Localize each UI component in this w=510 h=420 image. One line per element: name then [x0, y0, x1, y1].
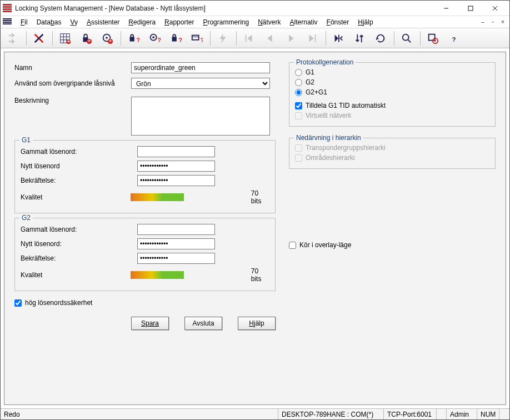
virtual-net-checkbox	[295, 112, 302, 119]
target-q-button[interactable]: ?	[144, 30, 164, 47]
menu-alternativ[interactable]: Alternativ	[286, 17, 322, 27]
help-form-button[interactable]: Hjälp	[238, 317, 276, 330]
gear-red-button[interactable]	[423, 30, 443, 47]
save-button[interactable]: Spara	[131, 317, 169, 330]
overlay-label: Kör i overlay-läge	[299, 241, 351, 249]
g1-newpw-label: Nytt lösenord	[21, 162, 137, 170]
mdi-restore-icon[interactable]: ▫	[488, 18, 497, 26]
g1-oldpw-input[interactable]	[137, 146, 215, 157]
radio-g1[interactable]	[295, 69, 302, 76]
g1-bits: 70 bits	[251, 189, 269, 205]
g2-newpw-input[interactable]	[137, 238, 215, 249]
svg-text:+: +	[87, 37, 91, 44]
form-panel: Namn Använd som övergripande låsnivå Grö…	[4, 52, 506, 405]
card-q-button[interactable]: ?	[187, 30, 207, 47]
g2-oldpw-input[interactable]	[137, 224, 215, 235]
name-label: Namn	[14, 64, 131, 72]
protocol-fieldset: Protokollgeneration G1 G2 G2+G1 Tilldela…	[289, 62, 496, 127]
virtual-net-label: Virtuellt nätverk	[306, 112, 351, 119]
nav-next-button[interactable]	[281, 30, 301, 47]
menu-programmering[interactable]: Programmering	[198, 17, 253, 27]
area-label: Områdeshierarki	[306, 154, 355, 162]
g2-confirm-label: Bekräftelse:	[21, 254, 137, 262]
crossed-button[interactable]	[29, 30, 49, 47]
matrix-button[interactable]: +	[55, 30, 75, 47]
menu-redigera[interactable]: Redigera	[124, 17, 160, 27]
mdi-area: Namn Använd som övergripande låsnivå Grö…	[1, 48, 509, 408]
high-security-checkbox[interactable]	[14, 299, 22, 307]
g1-legend: G1	[19, 136, 33, 144]
minimize-button[interactable]	[434, 1, 458, 16]
maximize-button[interactable]	[458, 1, 483, 16]
svg-text:?: ?	[137, 37, 140, 43]
svg-rect-20	[130, 37, 134, 41]
lock-q2-button[interactable]: ?	[166, 30, 186, 47]
overlay-checkbox[interactable]	[289, 242, 296, 249]
window-title: Locking System Management - [New Databas…	[15, 4, 434, 12]
close-button[interactable]	[483, 1, 507, 16]
menu-logo-icon	[3, 18, 12, 26]
g2-oldpw-label: Gammalt lösenord:	[21, 226, 137, 233]
inherit-legend: Nedärvning i hierarkin	[294, 134, 363, 142]
transp-label: Transpondergruppshierarki	[306, 144, 386, 152]
svg-point-17	[106, 37, 108, 39]
svg-text:?: ?	[200, 37, 203, 43]
g1-confirm-input[interactable]	[137, 175, 215, 186]
help-button[interactable]: ?	[444, 30, 464, 47]
g2-confirm-input[interactable]	[137, 253, 215, 264]
toolbar: + + + ? ? ? ? ?	[1, 28, 509, 48]
level-select[interactable]: Grön	[131, 78, 270, 89]
status-ready: Redo	[1, 409, 278, 419]
status-num: NUM	[477, 409, 499, 419]
menu-hjalp[interactable]: Hjälp	[353, 17, 377, 27]
nav-first-button[interactable]	[239, 30, 259, 47]
refresh-button[interactable]	[371, 30, 391, 47]
radio-g2[interactable]	[295, 79, 302, 86]
menu-databas[interactable]: Databas	[32, 17, 66, 27]
nav-last-button[interactable]	[302, 30, 322, 47]
status-gap2	[499, 409, 509, 419]
g1-oldpw-label: Gammalt lösenord:	[21, 148, 137, 156]
login-button[interactable]	[3, 30, 23, 47]
exit-button[interactable]: Avsluta	[184, 317, 222, 330]
sort-button[interactable]	[349, 30, 369, 47]
status-port: TCP-Port:6001	[384, 409, 437, 419]
mdi-close-icon[interactable]: ×	[498, 18, 507, 26]
titlebar: Locking System Management - [New Databas…	[1, 1, 509, 16]
g2-quality-bar	[131, 271, 246, 279]
g2-bits: 70 bits	[251, 267, 269, 283]
nav-prev-button[interactable]	[260, 30, 280, 47]
menu-assistenter[interactable]: Assistenter	[82, 17, 124, 27]
lock-q1-button[interactable]: ?	[123, 30, 143, 47]
search-button[interactable]	[397, 30, 417, 47]
target-add-button[interactable]: +	[97, 30, 117, 47]
svg-rect-31	[315, 34, 316, 42]
svg-text:?: ?	[179, 37, 182, 43]
g2-fieldset: G2 Gammalt lösenord: Nytt lösenord: Bekr…	[14, 218, 276, 291]
auto-tid-label: Tilldela G1 TID automatiskt	[306, 102, 386, 109]
g2-legend: G2	[19, 214, 33, 222]
menu-natverk[interactable]: Nätverk	[253, 17, 285, 27]
lock-add-button[interactable]: +	[76, 30, 96, 47]
skip-end-button[interactable]	[328, 30, 348, 47]
svg-point-23	[152, 36, 154, 38]
g2-quality-label: Kvalitet	[21, 271, 131, 279]
g1-newpw-input[interactable]	[137, 161, 215, 172]
radio-g2-label: G2	[306, 78, 314, 86]
area-checkbox	[295, 154, 302, 162]
desc-textarea[interactable]	[131, 97, 270, 136]
menu-vy[interactable]: Vy	[66, 17, 82, 27]
menu-fonster[interactable]: Fönster	[322, 17, 354, 27]
mdi-minimize-icon[interactable]: –	[478, 18, 487, 26]
svg-rect-27	[192, 35, 199, 39]
radio-g2g1[interactable]	[295, 89, 302, 96]
menu-rapporter[interactable]: Rapporter	[160, 17, 198, 27]
auto-tid-checkbox[interactable]	[295, 102, 302, 109]
svg-rect-35	[429, 34, 435, 40]
g1-confirm-label: Bekräftelse:	[21, 177, 137, 184]
menu-fil[interactable]: Fil	[16, 17, 32, 27]
name-input[interactable]	[131, 62, 270, 73]
inherit-fieldset: Nedärvning i hierarkin Transpondergrupps…	[289, 138, 496, 169]
svg-rect-25	[172, 37, 177, 41]
bolt-button[interactable]	[213, 30, 233, 47]
